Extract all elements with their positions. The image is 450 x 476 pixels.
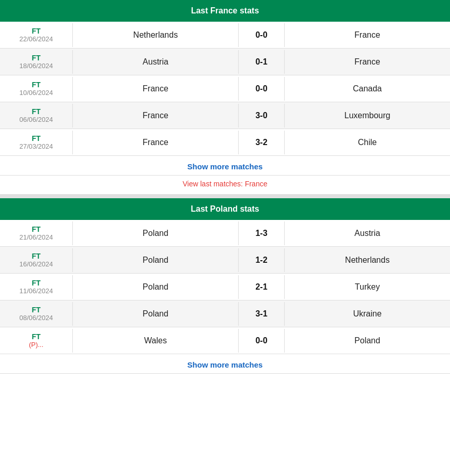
match-score: 3-2	[238, 131, 285, 154]
team-away: France	[285, 50, 450, 74]
match-time: FT21/06/2024	[0, 220, 72, 246]
team-home: Austria	[72, 50, 238, 74]
team-home: Poland	[72, 302, 238, 326]
match-date: 16/06/2024	[4, 260, 68, 268]
team-away: France	[285, 23, 450, 47]
team-home: France	[72, 131, 238, 154]
match-date: 10/06/2024	[4, 89, 68, 97]
match-ft: FT	[4, 54, 68, 62]
match-time: FT27/03/2024	[0, 129, 72, 155]
section-divider	[0, 194, 450, 198]
match-score: 3-0	[238, 104, 285, 128]
match-date: 21/06/2024	[4, 233, 68, 241]
match-score: 0-1	[238, 50, 285, 74]
match-ft: FT	[4, 306, 68, 314]
match-date: 08/06/2024	[4, 314, 68, 322]
match-date: 18/06/2024	[4, 62, 68, 70]
match-score: 3-1	[238, 302, 285, 326]
match-time: FT18/06/2024	[0, 49, 72, 75]
match-score: 0-0	[238, 329, 285, 353]
table-row: FT08/06/2024Poland 3-1 Ukraine	[0, 300, 450, 327]
match-time: FT10/06/2024	[0, 75, 72, 102]
match-score: 0-0	[238, 23, 285, 47]
team-home: France	[72, 77, 238, 101]
table-row: FT22/06/2024Netherlands 0-0 France	[0, 22, 450, 49]
match-penalty: (P)...	[4, 341, 68, 348]
france-section: Last France stats FT22/06/2024Netherland…	[0, 0, 450, 194]
table-row: FT10/06/2024France 0-0 Canada	[0, 75, 450, 102]
table-row: FT21/06/2024Poland 1-3 Austria	[0, 220, 450, 247]
poland-section-header: Last Poland stats	[0, 198, 450, 220]
match-ft: FT	[4, 107, 68, 116]
match-ft: FT	[4, 27, 68, 35]
match-time: FT11/06/2024	[0, 274, 72, 300]
table-row: FT(P)...Wales 0-0 Poland	[0, 327, 450, 354]
match-score: 1-2	[238, 248, 285, 272]
match-time: FT22/06/2024	[0, 22, 72, 48]
match-date: 11/06/2024	[4, 287, 68, 295]
france-show-more[interactable]: Show more matches	[0, 156, 450, 176]
match-time: FT08/06/2024	[0, 300, 72, 327]
team-away: Canada	[285, 77, 450, 101]
team-away: Austria	[285, 221, 450, 245]
match-ft: FT	[4, 134, 68, 142]
match-score: 1-3	[238, 221, 285, 245]
match-time: FT16/06/2024	[0, 247, 72, 273]
team-away: Luxembourg	[285, 104, 450, 128]
team-away: Turkey	[285, 275, 450, 299]
france-matches-list: FT22/06/2024Netherlands 0-0 France FT18/…	[0, 22, 450, 156]
table-row: FT11/06/2024Poland 2-1 Turkey	[0, 274, 450, 300]
team-away: Netherlands	[285, 248, 450, 272]
team-away: Ukraine	[285, 302, 450, 326]
team-home: Poland	[72, 275, 238, 299]
match-time: FT06/06/2024	[0, 102, 72, 129]
team-home: Poland	[72, 248, 238, 272]
team-home: Wales	[72, 329, 238, 353]
match-ft: FT	[4, 252, 68, 260]
team-home: Poland	[72, 221, 238, 245]
table-row: FT06/06/2024France 3-0 Luxembourg	[0, 102, 450, 129]
poland-section: Last Poland stats FT21/06/2024Poland 1-3…	[0, 198, 450, 374]
match-score: 2-1	[238, 275, 285, 299]
match-ft: FT	[4, 81, 68, 89]
poland-show-more[interactable]: Show more matches	[0, 354, 450, 374]
match-score: 0-0	[238, 77, 285, 101]
match-ft: FT	[4, 225, 68, 233]
france-section-header: Last France stats	[0, 0, 450, 22]
match-date: 27/03/2024	[4, 142, 68, 150]
table-row: FT18/06/2024Austria 0-1 France	[0, 49, 450, 75]
match-ft: FT	[4, 332, 68, 341]
table-row: FT27/03/2024France 3-2 Chile	[0, 129, 450, 156]
team-home: France	[72, 104, 238, 128]
match-ft: FT	[4, 279, 68, 287]
poland-matches-list: FT21/06/2024Poland 1-3 Austria FT16/06/2…	[0, 220, 450, 354]
team-home: Netherlands	[72, 23, 238, 47]
match-date: 06/06/2024	[4, 116, 68, 123]
france-view-last[interactable]: View last matches: France	[0, 176, 450, 194]
match-time: FT(P)...	[0, 327, 72, 354]
match-date: 22/06/2024	[4, 35, 68, 43]
team-away: Chile	[285, 131, 450, 154]
table-row: FT16/06/2024Poland 1-2 Netherlands	[0, 247, 450, 274]
team-away: Poland	[285, 329, 450, 353]
